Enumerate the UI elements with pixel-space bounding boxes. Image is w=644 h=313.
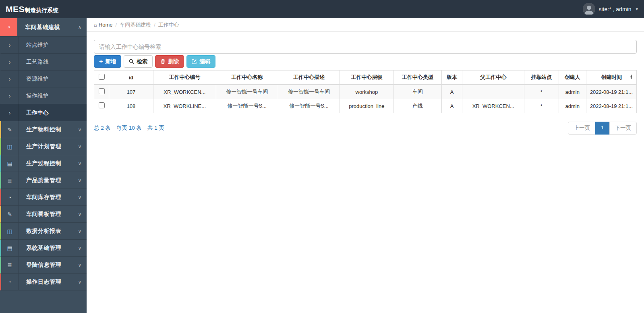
- cell-type: 产线: [393, 99, 442, 113]
- sidebar-item-label: 车间库存管理: [19, 189, 73, 205]
- toolbar: + 新增 检索 删除: [94, 55, 637, 68]
- breadcrumb-separator: /: [116, 22, 117, 28]
- avatar: [583, 3, 595, 15]
- sidebar-item-process-control[interactable]: ▤ 生产过程控制 ∨: [0, 155, 87, 172]
- cell-name: 修一智能一号S...: [216, 99, 278, 113]
- sidebar-subitem-label: 站点维护: [19, 37, 87, 53]
- sidebar-item-inventory-management[interactable]: ◔ 车间库存管理 ∨: [0, 189, 87, 206]
- sidebar-item-board-management[interactable]: ✎ 车间看板管理 ∨: [0, 206, 87, 223]
- sidebar-subitem-process-route[interactable]: › 工艺路线: [0, 54, 87, 70]
- cell-parent: [462, 85, 524, 99]
- cell-id: 107: [109, 85, 153, 99]
- chevron-down-icon: ∨: [73, 206, 87, 222]
- add-button[interactable]: + 新增: [94, 55, 121, 68]
- home-icon: ⌂: [94, 22, 97, 28]
- columns-icon: ◫: [1, 138, 19, 155]
- column-header-version: 版本: [442, 70, 462, 85]
- sidebar-subitem-work-center[interactable]: › 工作中心: [0, 104, 87, 121]
- edit-icon: ✎: [1, 206, 19, 222]
- row-checkbox[interactable]: [99, 88, 105, 94]
- column-header-level: 工作中心层级: [340, 70, 393, 85]
- user-menu[interactable]: site:* , admin ▾: [583, 3, 638, 15]
- cell-desc: 修一智能一号S...: [278, 99, 340, 113]
- page-count: 共 1 页: [147, 124, 164, 132]
- trash-icon: [160, 59, 166, 64]
- pagination-summary: 总 2 条 每页 10 条 共 1 页: [94, 124, 164, 132]
- breadcrumb-separator: /: [154, 22, 155, 28]
- edit-button[interactable]: 编辑: [186, 55, 215, 68]
- sidebar: ◔ 车间基础建模 ∧ › 站点维护 › 工艺路线 › 资源维护 › 操作维护 ›…: [0, 18, 87, 313]
- search-button-label: 检索: [137, 58, 147, 65]
- app-logo[interactable]: MES 制造执行系统: [6, 4, 58, 14]
- search-icon: [129, 59, 134, 64]
- sidebar-item-label: 系统基础管理: [19, 240, 73, 256]
- sidebar-item-data-analysis[interactable]: ◫ 数据分析报表 ∨: [0, 223, 87, 240]
- chevron-down-icon: ∨: [73, 155, 87, 172]
- row-checkbox[interactable]: [99, 102, 105, 108]
- cell-parent: XR_WORKCEN...: [462, 99, 524, 113]
- sidebar-item-label: 登陆信息管理: [19, 257, 73, 273]
- plus-icon: +: [99, 58, 103, 65]
- sidebar-subitem-label: 操作维护: [19, 87, 87, 104]
- next-page-button[interactable]: 下一页: [609, 122, 637, 135]
- column-header-creator: 创建人: [559, 70, 586, 85]
- sidebar-item-login-info[interactable]: ≣ 登陆信息管理 ∨: [0, 257, 87, 274]
- cell-type: 车间: [393, 85, 442, 99]
- pin-icon[interactable]: [630, 75, 633, 81]
- cell-version: A: [442, 85, 462, 99]
- caret-down-icon: ▾: [636, 6, 638, 12]
- sidebar-subitem-label: 资源维护: [19, 70, 87, 87]
- column-header-id: id: [109, 70, 153, 85]
- sidebar-item-plan-management[interactable]: ◫ 生产计划管理 ∨: [0, 138, 87, 155]
- breadcrumb-item[interactable]: 车间基础建模: [120, 21, 151, 29]
- column-header-station: 挂靠站点: [524, 70, 559, 85]
- sidebar-item-quality-management[interactable]: ≣ 产品质量管理 ∨: [0, 172, 87, 189]
- per-page-count: 每页 10 条: [116, 124, 142, 132]
- cell-desc: 修一智能一号车间: [278, 85, 340, 99]
- column-header-code: 工作中心编号: [153, 70, 216, 85]
- breadcrumb-home-label: Home: [99, 22, 113, 28]
- edit-button-label: 编辑: [199, 58, 210, 65]
- sidebar-subitem-operation-maintenance[interactable]: › 操作维护: [0, 87, 87, 104]
- chevron-right-icon: ›: [1, 54, 19, 70]
- list-icon: ≣: [1, 257, 19, 273]
- chevron-down-icon: ∨: [73, 172, 87, 189]
- sidebar-subitem-resource-maintenance[interactable]: › 资源维护: [0, 70, 87, 87]
- sidebar-item-label: 生产过程控制: [19, 155, 73, 172]
- delete-button[interactable]: 删除: [155, 55, 184, 68]
- chevron-right-icon: ›: [1, 37, 19, 53]
- work-center-table: id 工作中心编号 工作中心名称 工作中心描述 工作中心层级 工作中心类型 版本…: [94, 70, 637, 113]
- current-page-button[interactable]: 1: [595, 122, 610, 135]
- sidebar-subitem-station-maintenance[interactable]: › 站点维护: [0, 37, 87, 54]
- breadcrumb-home[interactable]: ⌂ Home: [94, 22, 113, 28]
- sidebar-subitem-label: 工艺路线: [19, 54, 87, 70]
- column-header-created-label: 创建时间: [601, 74, 622, 80]
- main-content: ⌂ Home / 车间基础建模 / 工作中心 + 新增 检索: [87, 18, 644, 313]
- person-icon: [583, 3, 595, 15]
- sidebar-item-label: 数据分析报表: [19, 223, 73, 239]
- cell-creator: admin: [559, 85, 586, 99]
- sidebar-item-workshop-modeling[interactable]: ◔ 车间基础建模 ∧: [0, 18, 87, 37]
- search-button[interactable]: 检索: [124, 55, 153, 68]
- cell-name: 修一智能一号车间: [216, 85, 278, 99]
- chevron-down-icon: ∨: [73, 240, 87, 256]
- sidebar-item-label: 车间基础建模: [17, 18, 73, 36]
- dashboard-icon: ◔: [1, 274, 19, 290]
- sidebar-item-operation-log[interactable]: ◔ 操作日志管理 ∨: [0, 274, 87, 290]
- column-header-desc: 工作中心描述: [278, 70, 340, 85]
- chevron-down-icon: ∨: [73, 274, 87, 290]
- search-input[interactable]: [94, 40, 637, 54]
- sidebar-item-material-control[interactable]: ✎ 生产物料控制 ∨: [0, 121, 87, 138]
- cell-level: workshop: [340, 85, 393, 99]
- prev-page-button[interactable]: 上一页: [568, 122, 596, 135]
- cell-created: 2022-08-19 21:1...: [586, 99, 637, 113]
- dashboard-icon: ◔: [0, 18, 17, 36]
- sidebar-item-label: 操作日志管理: [19, 274, 73, 290]
- sidebar-item-system-management[interactable]: ▤ 系统基础管理 ∨: [0, 240, 87, 257]
- user-label: site:* , admin: [599, 6, 632, 12]
- edit-icon: ✎: [1, 121, 19, 138]
- select-all-checkbox[interactable]: [99, 74, 105, 80]
- chevron-down-icon: ∨: [73, 138, 87, 155]
- chevron-right-icon: ›: [1, 104, 19, 121]
- cell-version: A: [442, 99, 462, 113]
